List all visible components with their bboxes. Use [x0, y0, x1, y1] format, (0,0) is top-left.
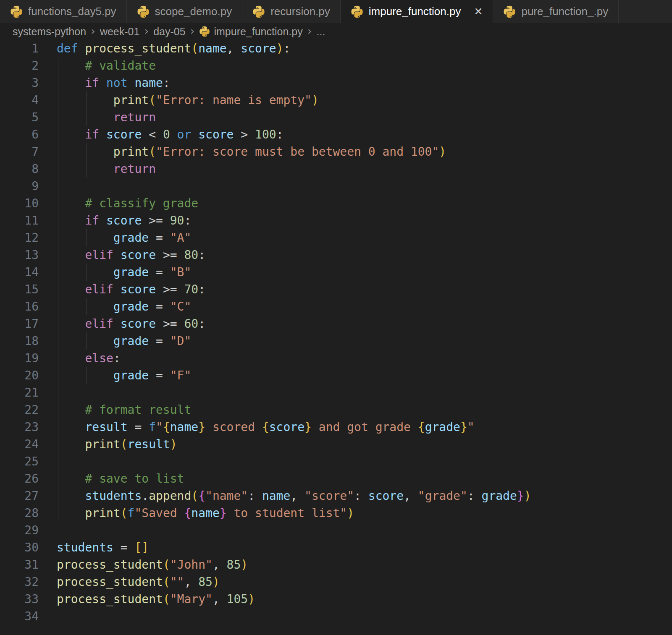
tab-pure-function-py[interactable]: pure_function_.py — [493, 0, 619, 23]
line-number[interactable]: 9 — [0, 178, 39, 195]
code-line[interactable]: return — [57, 160, 672, 178]
code-token: return — [113, 110, 156, 124]
breadcrumb-item-day-05[interactable]: day-05 — [153, 26, 185, 38]
tab-recursion-py[interactable]: recursion.py — [242, 0, 341, 23]
chevron-right-icon: › — [190, 25, 195, 37]
code-line[interactable]: process_student("", 85) — [57, 573, 672, 591]
code-token — [57, 506, 85, 520]
code-line[interactable] — [57, 608, 672, 625]
line-number[interactable]: 18 — [0, 332, 39, 350]
line-number[interactable]: 16 — [0, 298, 39, 315]
line-number[interactable]: 6 — [0, 126, 39, 143]
code-line[interactable]: print(f"Saved {name} to student list") — [57, 504, 672, 522]
line-number[interactable]: 2 — [0, 57, 39, 74]
line-number[interactable]: 23 — [0, 418, 39, 436]
close-icon[interactable]: ✕ — [474, 6, 483, 17]
tab-scope-demo-py[interactable]: scope_demo.py — [127, 0, 243, 23]
code-line[interactable]: process_student("John", 85) — [57, 556, 672, 573]
code-line[interactable]: grade = "B" — [57, 264, 672, 281]
line-number[interactable]: 17 — [0, 315, 39, 332]
code-line[interactable]: # classify grade — [57, 195, 672, 212]
code-line[interactable]: elif score >= 70: — [57, 281, 672, 298]
line-number[interactable]: 34 — [0, 608, 39, 625]
code-line[interactable]: grade = "A" — [57, 229, 672, 246]
code-token: } — [517, 489, 524, 503]
code-token: f — [149, 420, 156, 434]
code-line[interactable]: result = f"{name} scored {score} and got… — [57, 418, 672, 436]
code-line[interactable]: if not name: — [57, 74, 672, 91]
code-line[interactable]: grade = "F" — [57, 367, 672, 384]
code-line[interactable]: students.append({"name": name, "score": … — [57, 487, 672, 504]
code-token: print — [113, 93, 149, 107]
code-token: : — [163, 76, 170, 90]
code-line[interactable]: process_student("Mary", 105) — [57, 591, 672, 608]
code-token: process_student — [57, 575, 163, 589]
code-token: ( — [121, 437, 128, 451]
line-number[interactable]: 11 — [0, 212, 39, 229]
line-number[interactable]: 22 — [0, 401, 39, 418]
code-line[interactable]: students = [] — [57, 539, 672, 556]
tab-bar: functions_day5.pyscope_demo.pyrecursion.… — [0, 0, 672, 23]
code-line[interactable]: grade = "C" — [57, 298, 672, 315]
line-number[interactable]: 24 — [0, 436, 39, 453]
line-number[interactable]: 5 — [0, 109, 39, 126]
line-number[interactable]: 7 — [0, 143, 39, 160]
code-line[interactable]: print(result) — [57, 436, 672, 453]
code-line[interactable]: # validate — [57, 57, 672, 74]
line-number[interactable]: 13 — [0, 246, 39, 264]
line-number[interactable]: 10 — [0, 195, 39, 212]
breadcrumb-item-systems-python[interactable]: systems-python — [13, 26, 86, 38]
line-number[interactable]: 26 — [0, 470, 39, 487]
code-token: } — [220, 506, 227, 520]
line-number[interactable]: 8 — [0, 160, 39, 178]
breadcrumb-item-impure-function-py[interactable]: impure_function.py — [199, 26, 302, 38]
code-line[interactable]: else: — [57, 350, 672, 367]
code-line[interactable] — [57, 522, 672, 539]
line-number-gutter: 1234567891011121314151617181920212223242… — [0, 40, 39, 635]
breadcrumb-item-[interactable]: ... — [317, 26, 326, 38]
line-number[interactable]: 20 — [0, 367, 39, 384]
code-line[interactable]: elif score >= 60: — [57, 315, 672, 332]
code-token: score — [121, 317, 156, 331]
code-line[interactable]: print("Error: name is empty") — [57, 91, 672, 109]
code-line[interactable]: return — [57, 109, 672, 126]
code-line[interactable] — [57, 384, 672, 401]
tab-label: functions_day5.py — [28, 5, 116, 18]
code-area[interactable]: def process_student(name, score): # vali… — [57, 40, 672, 635]
line-number[interactable]: 19 — [0, 350, 39, 367]
line-number[interactable]: 32 — [0, 573, 39, 591]
code-token: not — [106, 76, 134, 90]
code-line[interactable]: if score < 0 or score > 100: — [57, 126, 672, 143]
line-number[interactable]: 27 — [0, 487, 39, 504]
line-number[interactable]: 1 — [0, 40, 39, 57]
line-number[interactable]: 15 — [0, 281, 39, 298]
line-number[interactable]: 12 — [0, 229, 39, 246]
code-line[interactable]: elif score >= 80: — [57, 246, 672, 264]
code-token — [57, 437, 85, 451]
code-line[interactable]: # save to list — [57, 470, 672, 487]
code-token: elif — [85, 317, 120, 331]
code-line[interactable]: grade = "D" — [57, 332, 672, 350]
line-number[interactable]: 29 — [0, 522, 39, 539]
editor-pane[interactable]: 1234567891011121314151617181920212223242… — [0, 40, 672, 635]
tab-impure-function-py[interactable]: impure_function.py✕ — [341, 0, 494, 23]
line-number[interactable]: 31 — [0, 556, 39, 573]
line-number[interactable]: 25 — [0, 453, 39, 470]
code-token: { — [198, 489, 205, 503]
code-token: process_student — [85, 42, 191, 55]
code-line[interactable] — [57, 178, 672, 195]
code-line[interactable] — [57, 453, 672, 470]
code-line[interactable]: if score >= 90: — [57, 212, 672, 229]
line-number[interactable]: 30 — [0, 539, 39, 556]
line-number[interactable]: 28 — [0, 504, 39, 522]
code-line[interactable]: # format result — [57, 401, 672, 418]
line-number[interactable]: 14 — [0, 264, 39, 281]
code-line[interactable]: def process_student(name, score): — [57, 40, 672, 57]
line-number[interactable]: 21 — [0, 384, 39, 401]
line-number[interactable]: 33 — [0, 591, 39, 608]
tab-functions-day5-py[interactable]: functions_day5.py — [0, 0, 127, 23]
line-number[interactable]: 3 — [0, 74, 39, 91]
code-line[interactable]: print("Error: score must be between 0 an… — [57, 143, 672, 160]
line-number[interactable]: 4 — [0, 91, 39, 109]
breadcrumb-item-week-01[interactable]: week-01 — [100, 26, 140, 38]
